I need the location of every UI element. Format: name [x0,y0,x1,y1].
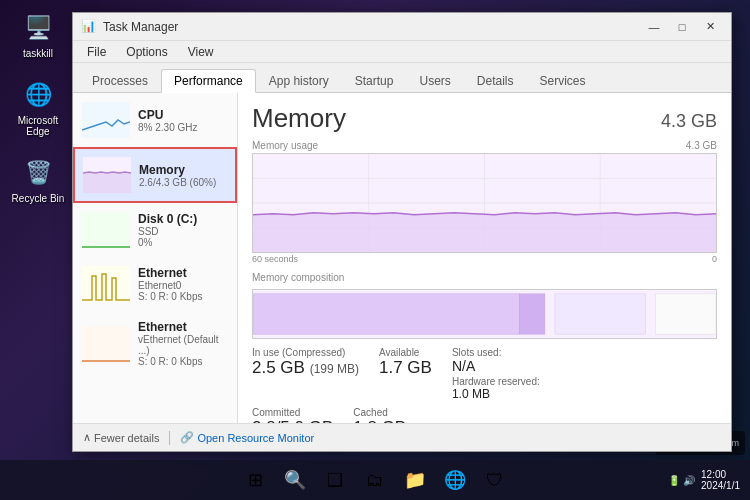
tab-processes[interactable]: Processes [79,69,161,92]
menu-view[interactable]: View [180,43,222,61]
stats-row1: In use (Compressed) 2.5 GB (199 MB) Avai… [252,347,717,401]
chart-label-left: Memory usage [252,140,318,151]
explorer-button[interactable]: 📁 [397,462,433,498]
clock: 12:002024/1/1 [701,469,740,491]
disk-sub: SSD [138,226,228,237]
stat-slots: Slots used: N/A Hardware reserved: 1.0 M… [452,347,717,401]
fewer-details-button[interactable]: ∧ Fewer details [83,431,159,444]
stat-in-use-label: In use (Compressed) [252,347,359,358]
stat-cached-label: Cached [353,407,406,418]
memory-info: Memory 2.6/4.3 GB (60%) [139,163,227,188]
ethernet2-pct: S: 0 R: 0 Kbps [138,356,228,367]
disk-pct: 0% [138,237,228,248]
chart-time-left: 60 seconds [252,254,298,264]
ethernet1-mini-graph [82,266,130,302]
system-tray: 🔋 🔊 [668,475,695,486]
title-bar: 📊 Task Manager — □ ✕ [73,13,731,41]
widgets-button[interactable]: 🗂 [357,462,393,498]
taskkill-icon: 🖥️ [20,10,56,46]
svg-rect-16 [656,294,716,334]
search-button[interactable]: 🔍 [277,462,313,498]
start-button[interactable]: ⊞ [237,462,273,498]
sidebar-item-cpu[interactable]: CPU 8% 2.30 GHz [73,93,237,147]
svg-rect-3 [82,212,130,248]
cpu-mini-graph [82,102,130,138]
ethernet1-pct: S: 0 R: 0 Kbps [138,291,228,302]
svg-marker-2 [83,172,131,193]
ethernet2-mini-graph [82,326,130,362]
task-manager-window: 📊 Task Manager — □ ✕ File Options View P… [72,12,732,452]
comp-label: Memory composition [252,272,344,283]
stat-hw-reserved-label: Hardware reserved: [452,376,717,387]
close-button[interactable]: ✕ [697,17,723,37]
panel-total-value: 4.3 GB [661,111,717,132]
cpu-name: CPU [138,108,228,122]
stats-area: In use (Compressed) 2.5 GB (199 MB) Avai… [252,347,717,423]
memory-comp-chart [252,289,717,339]
svg-marker-12 [253,213,716,252]
ethernet1-info: Ethernet Ethernet0 S: 0 R: 0 Kbps [138,266,228,302]
desktop-icons: 🖥️ taskkill 🌐 Microsoft Edge 🗑️ Recycle … [8,10,68,204]
menu-options[interactable]: Options [118,43,175,61]
stat-compressed-sub: (199 MB) [310,362,359,376]
svg-rect-5 [82,326,130,362]
stat-slots-label: Slots used: [452,347,717,358]
svg-rect-14 [520,294,545,334]
desktop-icon-edge[interactable]: 🌐 Microsoft Edge [8,77,68,137]
chart-time-right: 0 [712,254,717,264]
memory-usage-section: Memory usage 4.3 GB [252,140,717,264]
tab-users[interactable]: Users [406,69,463,92]
ethernet2-sub: vEthernet (Default ...) [138,334,228,356]
stat-available: Available 1.7 GB [379,347,432,401]
stat-hw-reserved-value: 1.0 MB [452,387,717,401]
tab-startup[interactable]: Startup [342,69,407,92]
memory-usage-chart [252,153,717,253]
ethernet2-info: Ethernet vEthernet (Default ...) S: 0 R:… [138,320,228,367]
desktop: 🖥️ taskkill 🌐 Microsoft Edge 🗑️ Recycle … [0,0,750,500]
stat-slots-value: N/A [452,358,717,374]
tab-services[interactable]: Services [527,69,599,92]
bottom-bar: ∧ Fewer details 🔗 Open Resource Monitor [73,423,731,451]
main-content: CPU 8% 2.30 GHz Memory [73,93,731,423]
taskbar-right: 🔋 🔊 12:002024/1/1 [668,469,740,491]
sidebar-item-ethernet2[interactable]: Ethernet vEthernet (Default ...) S: 0 R:… [73,311,237,376]
security-button[interactable]: 🛡 [477,462,513,498]
stats-row2: Committed 2.8/5.0 GB Cached 1.8 GB [252,407,717,423]
sidebar: CPU 8% 2.30 GHz Memory [73,93,238,423]
edge-label: Microsoft Edge [8,115,68,137]
stat-available-value: 1.7 GB [379,358,432,378]
ethernet2-name: Ethernet [138,320,228,334]
tab-performance[interactable]: Performance [161,69,256,93]
disk-name: Disk 0 (C:) [138,212,228,226]
memory-mini-graph [83,157,131,193]
tab-bar: Processes Performance App history Startu… [73,63,731,93]
app-icon: 📊 [81,19,97,35]
cpu-info: CPU 8% 2.30 GHz [138,108,228,133]
minimize-button[interactable]: — [641,17,667,37]
panel-title: Memory [252,103,346,134]
fewer-details-label: Fewer details [94,432,159,444]
svg-rect-13 [253,294,520,334]
panel-header: Memory 4.3 GB [252,103,717,134]
edge-taskbar-button[interactable]: 🌐 [437,462,473,498]
menu-file[interactable]: File [79,43,114,61]
open-resource-monitor-button[interactable]: 🔗 Open Resource Monitor [180,431,314,444]
chart-label-right: 4.3 GB [686,140,717,151]
sidebar-item-disk[interactable]: Disk 0 (C:) SSD 0% [73,203,237,257]
resource-monitor-label: Open Resource Monitor [197,432,314,444]
stat-cached: Cached 1.8 GB [353,407,406,423]
stat-committed-label: Committed [252,407,333,418]
sidebar-item-memory[interactable]: Memory 2.6/4.3 GB (60%) [73,147,237,203]
tab-details[interactable]: Details [464,69,527,92]
tab-apphistory[interactable]: App history [256,69,342,92]
bottom-divider [169,431,170,445]
recycle-icon: 🗑️ [20,155,56,191]
desktop-icon-recycle[interactable]: 🗑️ Recycle Bin [8,155,68,204]
desktop-icon-taskkill[interactable]: 🖥️ taskkill [8,10,68,59]
taskview-button[interactable]: ❑ [317,462,353,498]
comp-label-row: Memory composition [252,272,717,283]
window-title: Task Manager [103,20,641,34]
sidebar-item-ethernet1[interactable]: Ethernet Ethernet0 S: 0 R: 0 Kbps [73,257,237,311]
memory-name: Memory [139,163,227,177]
maximize-button[interactable]: □ [669,17,695,37]
